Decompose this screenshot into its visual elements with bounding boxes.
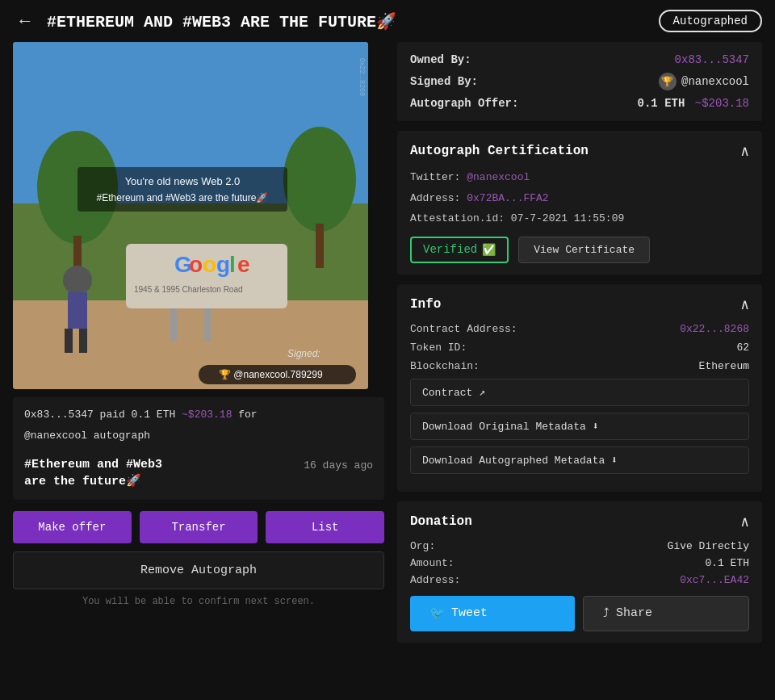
donation-amount-value: 0.1 ETH — [705, 557, 749, 569]
token-id-row: Token ID: 62 — [410, 342, 749, 354]
donation-org-row: Org: Give Directly — [410, 540, 749, 552]
action-row: Make offer Transfer List — [13, 511, 384, 543]
signed-by-name[interactable]: @nanexcool — [681, 75, 749, 88]
offer-eth: 0.1 ETH — [638, 97, 685, 110]
confirm-note: You will be able to confirm next screen. — [13, 596, 384, 607]
nft-image: G o o g l e 1945 & 1995 Charleston Road — [13, 42, 368, 389]
info-section: Info ∧ Contract Address: 0x22...8268 Tok… — [397, 284, 762, 492]
back-button[interactable]: ← — [13, 10, 37, 31]
tx-suffix: for — [232, 409, 257, 421]
cert-address-row: Address: 0x72BA...FFA2 — [410, 191, 749, 207]
main-content: G o o g l e 1945 & 1995 Charleston Road — [0, 42, 775, 665]
svg-rect-12 — [204, 308, 211, 341]
svg-rect-16 — [316, 224, 324, 268]
offer-usd: ~$203.18 — [695, 97, 749, 110]
ownership-section: Owned By: 0x83...5347 Signed By: 🏆 @nane… — [397, 42, 762, 121]
time-ago: 16 days ago — [304, 459, 373, 472]
share-label: Share — [616, 606, 652, 620]
blockchain-value: Ethereum — [699, 360, 749, 372]
donation-section: Donation ∧ Org: Give Directly Amount: 0.… — [397, 501, 762, 643]
svg-rect-18 — [68, 292, 87, 329]
donation-org-label: Org: — [410, 540, 435, 552]
transaction-info-box: 0x83...5347 paid 0.1 ETH ~$203.18 for @n… — [13, 397, 384, 500]
checkmark-icon: ✅ — [482, 243, 496, 257]
verified-label: Verified — [423, 243, 477, 256]
tx-line: 0x83...5347 paid 0.1 ETH ~$203.18 for — [24, 407, 373, 423]
cert-address-value[interactable]: 0x72BA...FFA2 — [467, 192, 548, 204]
token-id-value: 62 — [736, 342, 749, 354]
owned-by-value[interactable]: 0x83...5347 — [675, 53, 749, 66]
certification-section: Autograph Certification ∧ Twitter: @nane… — [397, 131, 762, 275]
autographed-badge: Autographed — [659, 10, 762, 32]
view-certificate-button[interactable]: View Certificate — [518, 237, 650, 263]
donation-chevron-icon[interactable]: ∧ — [740, 513, 749, 530]
signed-by-value: 🏆 @nanexcool — [659, 73, 749, 90]
chevron-up-icon[interactable]: ∧ — [740, 142, 749, 160]
donation-address-label: Address: — [410, 574, 460, 586]
make-offer-button[interactable]: Make offer — [13, 511, 132, 543]
svg-text:o: o — [203, 252, 216, 277]
svg-rect-11 — [170, 308, 177, 341]
svg-point-15 — [283, 127, 356, 232]
info-title: Info — [410, 297, 441, 312]
token-id-label: Token ID: — [410, 342, 467, 354]
owned-by-label: Owned By: — [410, 53, 471, 66]
cert-address-label: Address: — [410, 192, 460, 204]
info-chevron-icon[interactable]: ∧ — [740, 296, 749, 313]
transfer-button[interactable]: Transfer — [140, 511, 258, 543]
cert-attestation-row: Attestation.id: 07-7-2021 11:55:09 — [410, 211, 749, 227]
left-column: G o o g l e 1945 & 1995 Charleston Road — [13, 42, 384, 652]
donation-amount-label: Amount: — [410, 557, 455, 569]
tweet-label: Tweet — [451, 606, 488, 620]
verified-row: Verified ✅ View Certificate — [410, 237, 749, 263]
tweet-button[interactable]: 🐦 Tweet — [410, 596, 575, 631]
contract-address-value[interactable]: 0x22...8268 — [680, 323, 749, 335]
header: ← #ETHEREUM AND #WEB3 ARE THE FUTURE🚀 Au… — [0, 0, 775, 42]
svg-point-17 — [63, 266, 92, 295]
avatar: 🏆 — [659, 73, 677, 90]
blockchain-row: Blockchain: Ethereum — [410, 360, 749, 372]
remove-autograph-button[interactable]: Remove Autograph — [13, 551, 384, 589]
svg-text:l: l — [229, 252, 236, 277]
svg-rect-21 — [78, 167, 287, 212]
offer-value: 0.1 ETH ~$203.18 — [638, 97, 749, 110]
twitter-icon: 🐦 — [429, 606, 445, 621]
tx-usd: ~$203.18 — [182, 409, 232, 421]
contract-address-row: Contract Address: 0x22...8268 — [410, 323, 749, 335]
donation-address-value[interactable]: 0xc7...EA42 — [680, 574, 749, 586]
caption-text: #Ethereum and #Web3are the future🚀 — [24, 456, 162, 490]
donation-amount-row: Amount: 0.1 ETH — [410, 557, 749, 569]
donation-address-row: Address: 0xc7...EA42 — [410, 574, 749, 586]
donation-header: Donation ∧ — [410, 513, 749, 530]
contract-button[interactable]: Contract ↗ — [410, 379, 749, 406]
cert-attestation-label: Attestation.id: — [410, 212, 505, 224]
verified-badge: Verified ✅ — [410, 237, 509, 263]
offer-row: Autograph Offer: 0.1 ETH ~$203.18 — [410, 97, 749, 110]
svg-text:g: g — [216, 252, 230, 277]
cert-attestation-value: 07-7-2021 11:55:09 — [511, 212, 624, 224]
cert-twitter-label: Twitter: — [410, 171, 460, 183]
svg-text:You're old news Web 2.0: You're old news Web 2.0 — [125, 175, 241, 187]
download-autographed-metadata-button[interactable]: Download Autographed Metadata ⬇ — [410, 446, 749, 474]
svg-text:1945 & 1995 Charleston Road: 1945 & 1995 Charleston Road — [134, 285, 243, 294]
blockchain-label: Blockchain: — [410, 360, 480, 372]
caption-area: #Ethereum and #Web3are the future🚀 16 da… — [24, 450, 373, 490]
svg-text:🏆 @nanexcool.789299: 🏆 @nanexcool.789299 — [219, 368, 323, 380]
offer-label: Autograph Offer: — [410, 97, 518, 110]
certification-header: Autograph Certification ∧ — [410, 142, 749, 160]
page-title: #ETHEREUM AND #WEB3 ARE THE FUTURE🚀 — [47, 11, 649, 31]
svg-text:0x22...8268: 0x22...8268 — [358, 58, 367, 96]
signed-by-row: Signed By: 🏆 @nanexcool — [410, 73, 749, 90]
owned-by-row: Owned By: 0x83...5347 — [410, 53, 749, 66]
share-button[interactable]: ⤴ Share — [583, 596, 749, 631]
svg-rect-20 — [79, 329, 87, 353]
right-column: Owned By: 0x83...5347 Signed By: 🏆 @nane… — [397, 42, 762, 652]
list-button[interactable]: List — [266, 511, 384, 543]
bottom-actions: 🐦 Tweet ⤴ Share — [410, 596, 749, 631]
cert-twitter-value[interactable]: @nanexcool — [467, 171, 530, 183]
info-header: Info ∧ — [410, 296, 749, 313]
svg-text:Signed:: Signed: — [287, 348, 320, 359]
tx-text: 0x83...5347 paid 0.1 ETH — [24, 409, 182, 421]
download-original-metadata-button[interactable]: Download Original Metadata ⬇ — [410, 413, 749, 440]
certification-title: Autograph Certification — [410, 144, 589, 158]
